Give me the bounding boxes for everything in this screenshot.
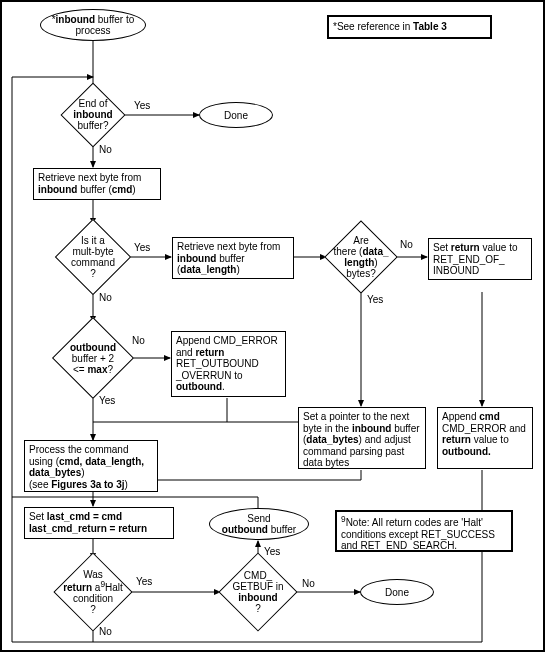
label-no: No	[132, 335, 145, 346]
process-retrieve-length: Retrieve next byte from inbound buffer (…	[172, 237, 294, 279]
label-no: No	[99, 292, 112, 303]
label-no: No	[400, 239, 413, 250]
done-terminal-2: Done	[360, 579, 434, 605]
decision-are-there-bytes: Arethere (data_length)bytes?	[324, 220, 398, 294]
label-no: No	[99, 626, 112, 637]
label-yes: Yes	[136, 576, 152, 587]
label-yes: Yes	[367, 294, 383, 305]
process-set-return: Set return value to RET_END_OF_ INBOUND	[428, 238, 532, 280]
decision-was-halt: Wasreturn a9Haltcondition?	[53, 552, 132, 631]
process-append-error: Append CMD_ERROR and return RET_OUTBOUND…	[171, 331, 286, 397]
process-set-last: Set last_cmd = cmd last_cmd_return = ret…	[24, 507, 174, 539]
label-yes: Yes	[99, 395, 115, 406]
process-retrieve-cmd: Retrieve next byte from inbound buffer (…	[33, 168, 161, 200]
flowchart-container: *inbound buffer toprocess *See reference…	[0, 0, 545, 652]
halt-note: 9Note: All return codes are 'Halt' condi…	[335, 510, 513, 552]
send-outbound-terminal: Sendoutbound buffer	[209, 508, 309, 540]
reference-note: *See reference in Table 3	[327, 15, 492, 39]
label-yes: Yes	[264, 546, 280, 557]
label-no: No	[302, 578, 315, 589]
label-yes: Yes	[134, 100, 150, 111]
start-terminal: *inbound buffer toprocess	[40, 9, 146, 41]
label-no: No	[99, 144, 112, 155]
decision-outbound-max: outboundbuffer + 2<= max?	[52, 317, 134, 399]
decision-getbuf: CMD_GETBUF ininbound?	[218, 552, 297, 631]
decision-multibyte: Is it amult-bytecommand?	[55, 219, 131, 295]
process-set-pointer: Set a pointer to the next byte in the in…	[298, 407, 426, 469]
decision-end-of-inbound: End ofinboundbuffer?	[60, 82, 125, 147]
done-terminal-1: Done	[199, 102, 273, 128]
label-yes: Yes	[134, 242, 150, 253]
process-command: Process the command using (cmd, data_len…	[24, 440, 158, 492]
process-append-cmd-error: Append cmd CMD_ERROR and return value to…	[437, 407, 533, 469]
